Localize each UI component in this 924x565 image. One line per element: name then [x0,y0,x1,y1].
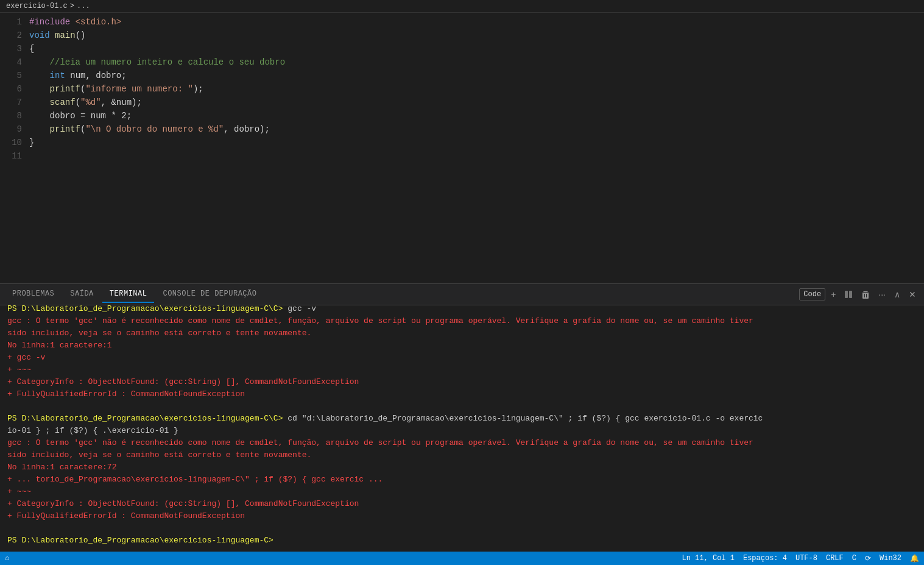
code-line [29,149,912,163]
code-content[interactable]: #include <stdio.h>void main(){ //leia um… [29,15,918,283]
split-terminal-btn[interactable] [841,289,856,300]
code-line: printf("informe um numero: "); [29,82,912,96]
panel-tab-actions: Code + ··· ∧ ✕ [799,288,919,300]
svg-rect-1 [849,291,852,298]
code-token: <stdio.h> [76,17,122,27]
code-line: } [29,136,912,149]
terminal-line: + CategoryInfo : ObjectNotFound: (gcc:St… [7,498,917,510]
code-line: { [29,42,912,55]
line-number: 2 [5,29,22,42]
terminal-line: PS D:\Laboratorio_de_Programacao\exercic… [7,535,917,547]
code-token [29,71,50,80]
code-line: dobro = num * 2; [29,109,912,123]
code-line: printf("\n O dobro do numero e %d", dobr… [29,123,912,136]
terminal-line: gcc : O termo 'gcc' não é reconhecido co… [7,315,917,327]
code-container: 1234567891011 #include <stdio.h>void mai… [0,13,924,283]
terminal-line: PS D:\Laboratorio_de_Programacao\exercic… [7,305,917,315]
code-token: dobro = num * 2; [29,111,132,121]
terminal-line: + CategoryInfo : ObjectNotFound: (gcc:St… [7,376,917,388]
maximize-btn[interactable]: ∧ [891,288,903,300]
bottom-panel: PROBLEMASSAÍDATERMINALCONSOLE DE DEPURAÇ… [0,283,924,552]
svg-rect-0 [845,291,848,298]
ln-col[interactable]: Ln 11, Col 1 [682,554,735,563]
terminal-line: sido incluído, veja se o caminho está co… [7,327,917,339]
code-token: { [29,44,34,54]
platform[interactable]: Win32 [880,554,901,563]
terminal-line [7,400,917,413]
breadcrumb-extra: ... [77,2,90,10]
panel-tab-terminal[interactable]: TERMINAL [102,286,155,303]
status-bar: ⌂ Ln 11, Col 1 Espaços: 4 UTF-8 CRLF C ⟳… [0,552,924,565]
terminal-line: + FullyQualifiedErrorId : CommandNotFoun… [7,510,917,522]
code-line: #include <stdio.h> [29,15,912,29]
code-token: printf [50,84,80,94]
line-number: 1 [5,15,22,29]
line-number: 5 [5,69,22,82]
line-number: 8 [5,109,22,123]
terminal-line: + gcc -v [7,352,917,364]
line-number: 4 [5,55,22,69]
terminal-line: PS D:\Laboratorio_de_Programacao\exercic… [7,413,917,425]
trash-btn[interactable] [858,289,873,300]
breadcrumb-sep: > [70,2,74,10]
language[interactable]: C [852,554,856,563]
panel-tab-output[interactable]: SAÍDA [63,286,101,303]
breadcrumb-file[interactable]: exercicio-01.c [6,2,68,10]
sync-icon[interactable]: ⟳ [865,554,871,563]
line-numbers: 1234567891011 [0,15,29,283]
panel-tab-problems[interactable]: PROBLEMAS [5,286,62,303]
code-token [29,98,50,107]
code-token [29,124,50,134]
code-token: ); [193,84,203,94]
line-number: 3 [5,42,22,55]
panel-tab-debug[interactable]: CONSOLE DE DEPURAÇÃO [155,286,264,303]
terminal-line: + ~~~ [7,486,917,498]
code-token: void [29,30,50,40]
code-token: //leia um numero inteiro e calcule o seu… [50,57,285,67]
status-left: ⌂ [5,554,9,563]
code-token: , dobro); [224,124,270,134]
line-number: 7 [5,96,22,109]
code-token: printf [50,124,80,134]
code-token: "\n O dobro do numero e %d" [85,124,224,134]
code-token: #include [29,17,70,27]
line-number: 9 [5,123,22,136]
terminal-line: sido incluído, veja se o caminho está co… [7,449,917,461]
remote-icon[interactable]: ⌂ [5,554,9,563]
close-panel-btn[interactable]: ✕ [906,288,919,300]
code-line: //leia um numero inteiro e calcule o seu… [29,55,912,69]
code-token: num, dobro; [65,71,127,80]
code-token: } [29,138,34,147]
terminal-line: io-01 } ; if ($?) { .\exercicio-01 } [7,425,917,437]
terminal-line: + ~~~ [7,364,917,376]
code-token [50,30,55,40]
terminal-line: + FullyQualifiedErrorId : CommandNotFoun… [7,388,917,400]
status-right: Ln 11, Col 1 Espaços: 4 UTF-8 CRLF C ⟳ W… [682,554,919,563]
code-token [29,84,50,94]
code-token: main [55,30,76,40]
line-ending[interactable]: CRLF [826,554,844,563]
encoding[interactable]: UTF-8 [795,554,817,563]
bell-icon[interactable]: 🔔 [910,554,919,563]
line-number: 6 [5,82,22,96]
code-token [29,57,50,67]
code-line: void main() [29,29,912,42]
code-token: "%d" [80,98,101,107]
breadcrumb: exercicio-01.c > ... [0,0,924,13]
new-terminal-btn[interactable]: + [828,288,839,300]
terminal-line: + ... torio_de_Programacao\exercicios-li… [7,474,917,486]
terminal-line: gcc : O termo 'gcc' não é reconhecido co… [7,437,917,449]
code-line: scanf("%d", &num); [29,96,912,109]
code-token: int [50,71,65,80]
terminal-line [7,522,917,535]
editor-scrollbar[interactable] [918,15,924,283]
spaces[interactable]: Espaços: 4 [743,554,787,563]
code-token: ( [76,98,80,107]
terminal-content[interactable]: PS D:\Laboratorio_de_Programacao\exercic… [0,305,924,552]
line-number: 11 [5,149,22,163]
more-btn[interactable]: ··· [875,288,889,300]
code-token: "informe um numero: " [85,84,192,94]
line-number: 10 [5,136,22,149]
code-line: int num, dobro; [29,69,912,82]
code-token [70,17,75,27]
